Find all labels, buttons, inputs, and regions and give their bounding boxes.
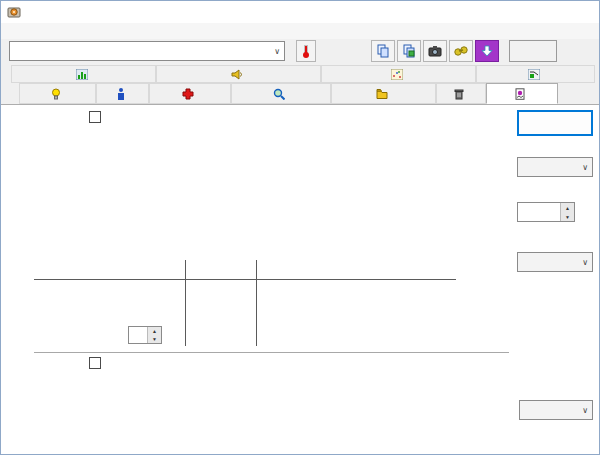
- speaker-icon: [231, 69, 243, 80]
- tab-aam[interactable]: [156, 65, 321, 83]
- data-mode-select[interactable]: ∨: [517, 252, 593, 272]
- tab-erase[interactable]: [436, 83, 486, 104]
- lightbulb-icon: [51, 88, 61, 100]
- tab-benchmark[interactable]: [19, 83, 96, 104]
- extra-tests-icon: [528, 69, 540, 80]
- queue-depth-stepper[interactable]: ▲▼: [128, 326, 162, 344]
- tab-extra-tests[interactable]: [476, 65, 595, 83]
- tab-folder-usage[interactable]: [331, 83, 436, 104]
- tab-file-benchmark[interactable]: [486, 83, 558, 104]
- toolbar: ∨: [1, 39, 599, 65]
- random-access-icon: [391, 69, 403, 80]
- table-divider: [185, 260, 186, 346]
- temperature-button[interactable]: [296, 40, 316, 62]
- file-benchmark-icon: [515, 88, 525, 100]
- folder-icon: [376, 88, 388, 99]
- copy-add-icon: [402, 44, 416, 58]
- transfer-rate-chart: [56, 117, 506, 272]
- block-size-chart: [41, 368, 521, 455]
- app-icon: [7, 5, 21, 19]
- app-window: ∨: [0, 0, 600, 455]
- section-divider: [34, 352, 509, 353]
- drive-select[interactable]: ∨: [517, 157, 593, 177]
- health-cross-icon: [182, 88, 194, 100]
- trash-icon: [454, 88, 464, 100]
- stepper-arrows[interactable]: ▲▼: [560, 203, 574, 221]
- stepper-down-icon: ▼: [561, 212, 574, 221]
- copy-icon: [376, 44, 390, 58]
- download-arrow-icon: [481, 45, 493, 57]
- update-button[interactable]: [475, 40, 499, 62]
- file-length-stepper[interactable]: ▲▼: [517, 202, 575, 222]
- file-benchmark-panel: ▲▼ ∨ ▲▼: [1, 104, 600, 455]
- info-icon: [117, 88, 125, 100]
- minimize-button[interactable]: [506, 1, 537, 23]
- stepper-down-icon: ▼: [148, 335, 161, 343]
- binoculars-icon: [454, 45, 468, 57]
- tab-health[interactable]: [149, 83, 231, 104]
- tab-row-secondary: [11, 65, 595, 83]
- stepper-up-icon: ▲: [148, 327, 161, 335]
- close-button[interactable]: [568, 1, 599, 23]
- disk-monitor-icon: [76, 69, 88, 80]
- maximize-button[interactable]: [537, 1, 568, 23]
- tab-info[interactable]: [96, 83, 149, 104]
- chevron-down-icon: ∨: [582, 163, 588, 172]
- camera-icon: [428, 45, 442, 57]
- table-header-rule: [34, 279, 456, 280]
- magnifier-icon: [273, 88, 285, 100]
- tab-random-access[interactable]: [321, 65, 476, 83]
- chevron-down-icon: ∨: [274, 47, 280, 56]
- table-divider: [256, 260, 257, 346]
- title-bar: [1, 1, 599, 23]
- device-select[interactable]: ∨: [9, 41, 285, 61]
- screenshot-button[interactable]: [423, 40, 447, 62]
- stepper-up-icon: ▲: [561, 203, 574, 212]
- thermometer-icon: [301, 43, 311, 59]
- copy-results-button[interactable]: [397, 40, 421, 62]
- chevron-down-icon: ∨: [582, 406, 588, 415]
- tab-error-scan[interactable]: [231, 83, 331, 104]
- file-length2-select[interactable]: ∨: [519, 400, 593, 420]
- menu-bar: [1, 23, 599, 39]
- tab-disk-monitor[interactable]: [11, 65, 156, 83]
- tab-row-primary: [19, 83, 558, 104]
- stepper-arrows[interactable]: ▲▼: [147, 327, 161, 343]
- chevron-down-icon: ∨: [582, 258, 588, 267]
- save-screenshot-button[interactable]: [449, 40, 473, 62]
- copy-button[interactable]: [371, 40, 395, 62]
- start-button[interactable]: [517, 110, 593, 136]
- exit-button[interactable]: [509, 40, 557, 62]
